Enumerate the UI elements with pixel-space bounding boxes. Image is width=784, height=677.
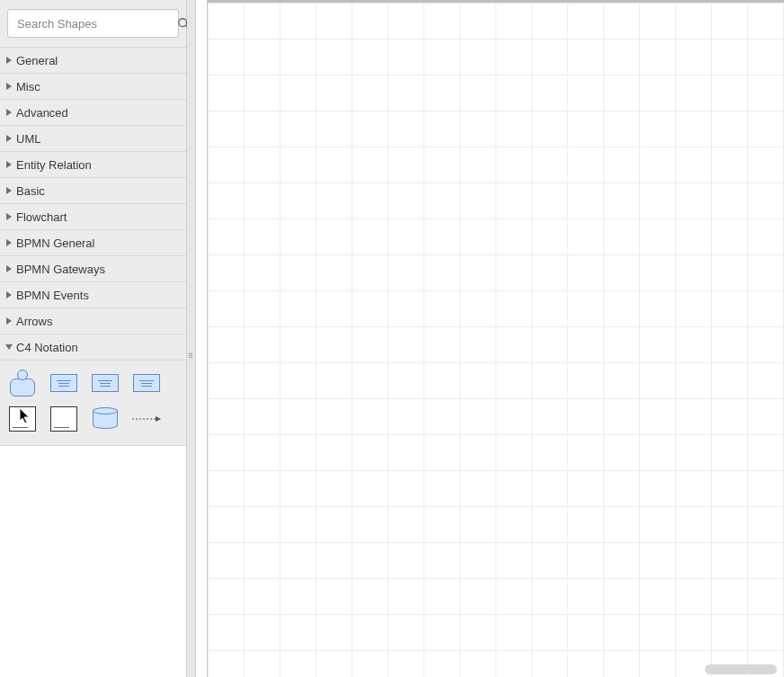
chevron-right-icon [4,290,14,300]
chevron-right-icon [4,263,14,274]
category-flowchart[interactable]: Flowchart [0,204,186,230]
chevron-right-icon [4,55,14,66]
search-section [0,0,186,48]
category-label: Basic [16,184,45,198]
svg-marker-5 [6,135,12,142]
sidebar-resize-gutter[interactable]: ⠿ [187,0,196,677]
svg-point-0 [179,19,187,27]
category-bpmn-general[interactable]: BPMN General [0,230,186,256]
chevron-right-icon [4,107,14,118]
category-label: BPMN Events [16,289,89,302]
category-advanced[interactable]: Advanced [0,100,186,126]
shape-c4-software-system[interactable] [49,370,79,396]
chevron-right-icon [4,185,14,196]
svg-marker-12 [6,317,12,325]
svg-marker-2 [6,57,12,64]
canvas-viewport[interactable] [196,0,784,677]
category-label: Entity Relation [16,158,92,172]
svg-marker-9 [6,239,12,246]
horizontal-scrollbar-thumb[interactable] [705,664,777,674]
category-arrows[interactable]: Arrows [0,308,186,334]
category-uml[interactable]: UML [0,126,186,152]
chevron-right-icon [4,237,14,248]
category-general[interactable]: General [0,48,186,74]
shape-c4-container-scope-boundary[interactable] [49,405,79,432]
svg-marker-3 [6,83,12,90]
chevron-right-icon [4,316,14,326]
svg-marker-11 [6,291,12,298]
category-label: Misc [16,80,40,94]
chevron-right-icon [4,133,14,144]
search-input[interactable] [8,17,177,31]
category-label: General [16,54,58,67]
category-bpmn-gateways[interactable]: BPMN Gateways [0,256,186,282]
svg-marker-7 [6,187,12,194]
category-label: Flowchart [16,210,67,224]
shape-sidebar: General Misc Advanced UML Entity Relatio… [0,0,187,677]
svg-marker-13 [5,344,13,350]
shape-c4-container[interactable] [90,370,120,396]
category-misc[interactable]: Misc [0,74,186,100]
category-bpmn-events[interactable]: BPMN Events [0,282,186,308]
chevron-right-icon [4,159,14,170]
shape-c4-system-scope-boundary[interactable] [7,405,38,432]
category-label: BPMN General [16,236,94,250]
shape-c4-database[interactable] [90,405,120,432]
chevron-right-icon [4,211,14,222]
svg-marker-8 [6,213,12,220]
category-label: Advanced [16,106,68,120]
drag-handle-icon: ⠿ [188,352,194,361]
chevron-down-icon [4,342,14,352]
c4-shapes-palette [0,361,186,446]
category-entity-relation[interactable]: Entity Relation [0,152,186,178]
category-label: Arrows [16,315,52,328]
chevron-right-icon [4,81,14,92]
svg-marker-10 [6,265,12,272]
svg-marker-15 [156,416,161,422]
category-basic[interactable]: Basic [0,178,186,204]
svg-marker-6 [6,161,12,168]
category-list: General Misc Advanced UML Entity Relatio… [0,48,186,446]
shape-c4-relationship[interactable] [131,405,162,432]
svg-marker-4 [6,109,12,116]
shape-c4-person[interactable] [7,370,38,396]
sidebar-empty-area [0,446,186,677]
category-label: BPMN Gateways [16,263,105,276]
category-c4-notation[interactable]: C4 Notation [0,334,186,361]
search-box[interactable] [7,9,179,38]
category-label: UML [16,132,40,146]
category-label: C4 Notation [16,341,78,354]
shape-c4-component[interactable] [131,370,162,396]
canvas-grid[interactable] [207,0,784,677]
